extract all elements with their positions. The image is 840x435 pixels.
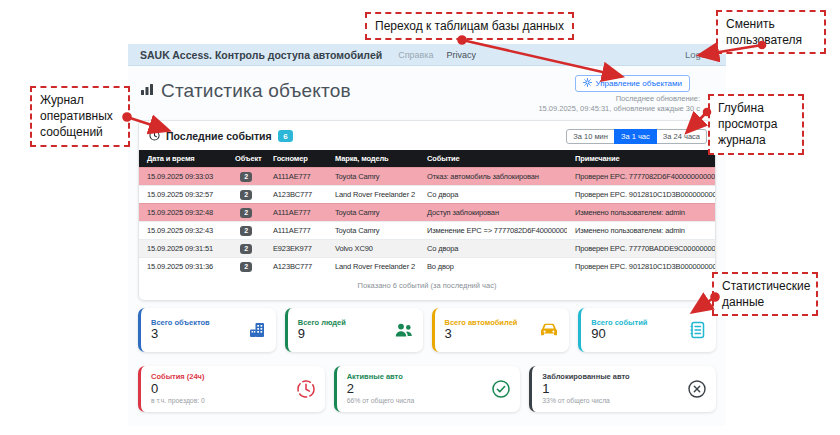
stat-card-car: Всего автомобилей3 <box>432 308 570 352</box>
plate-cell: A123BC777 <box>265 186 327 204</box>
events-table-body: 15.09.2025 09:33:032A111AE777Toyota Camr… <box>139 168 716 276</box>
object-badge: 2 <box>240 262 253 272</box>
stat-card-info: Заблокированные авто133% от общего числа <box>542 372 629 406</box>
object-cell: 2 <box>227 186 265 204</box>
stat-card-subtext: 33% от общего числа <box>542 397 629 406</box>
events-panel-title: Последние события <box>166 130 272 142</box>
table-row: 15.09.2025 09:32:482A111AE777Toyota Camr… <box>139 204 716 222</box>
manage-objects-button[interactable]: Управление объектами <box>575 75 691 92</box>
datetime-cell: 15.09.2025 09:31:36 <box>139 258 227 276</box>
note-cell: Проверен EPC. 77770BADDE9C000000000005 <box>567 240 716 258</box>
stat-card-label: События (24ч) <box>151 372 205 382</box>
stat-card-label: Всего автомобилей <box>445 318 518 328</box>
clock-icon <box>149 127 160 145</box>
stat-card-info: Всего событий90 <box>591 318 647 343</box>
logout-link[interactable]: Logout <box>685 49 714 60</box>
stat-cards-bottom: События (24ч)0в т.ч. проездов: 0Активные… <box>138 366 716 412</box>
recent-events-panel: Последние события 6 За 10 минЗа 1 часЗа … <box>138 120 716 301</box>
object-badge: 2 <box>240 226 253 236</box>
annotation-log-depth: Глубина просмотра журнала <box>708 94 804 155</box>
stat-card-people: Всего людей9 <box>285 308 423 352</box>
note-cell: Проверен EPC. 9012810C1D3B000000000001 <box>567 258 716 276</box>
column-header-0: Дата и время <box>139 150 227 168</box>
bar-chart-icon <box>140 82 154 100</box>
datetime-cell: 15.09.2025 09:32:48 <box>139 204 227 222</box>
model-cell: Toyota Camry <box>327 204 419 222</box>
object-badge: 2 <box>240 172 253 182</box>
stat-card-building: Всего объектов3 <box>138 308 276 352</box>
gear-icon <box>583 78 592 89</box>
plate-cell: A111AE777 <box>265 204 327 222</box>
stat-card-info: Всего автомобилей3 <box>445 318 518 343</box>
model-cell: Toyota Camry <box>327 222 419 240</box>
column-header-3: Марка, модель <box>327 150 419 168</box>
event-cell: Со двора <box>419 186 567 204</box>
event-cell: Со двора <box>419 240 567 258</box>
model-cell: Toyota Camry <box>327 168 419 186</box>
stat-card-value: 3 <box>445 327 518 342</box>
note-cell: Проверен EPC. 9012810C1D3B000000000001 <box>567 186 716 204</box>
stat-card-value: 3 <box>151 327 210 342</box>
stat-card-info: Всего объектов3 <box>151 318 210 343</box>
column-header-4: Событие <box>419 150 567 168</box>
stat-card-label: Всего объектов <box>151 318 210 328</box>
last-update-info: Последнее обновление: 15.09.2025, 09:45:… <box>538 94 700 114</box>
table-row: 15.09.2025 09:32:432A111AE777Toyota Camr… <box>139 222 716 240</box>
annotation-change-user: Сменить пользователя <box>716 10 826 54</box>
event-cell: Отказ: автомобиль заблокирован <box>419 168 567 186</box>
stat-card-check-circle: Активные авто266% от общего числа <box>334 366 521 412</box>
object-badge: 2 <box>240 244 253 254</box>
events-table: Дата и времяОбъектГосномерМарка, модельС… <box>139 150 716 275</box>
event-cell: Во двор <box>419 258 567 276</box>
stat-card-info: Активные авто266% от общего числа <box>347 372 415 406</box>
object-cell: 2 <box>227 222 265 240</box>
building-icon <box>247 320 267 340</box>
object-badge: 2 <box>240 208 253 218</box>
column-header-2: Госномер <box>265 150 327 168</box>
table-row: 15.09.2025 09:33:032A111AE777Toyota Camr… <box>139 168 716 186</box>
nav-link-privacy[interactable]: Privacy <box>447 50 477 60</box>
event-cell: Доступ заблокирован <box>419 204 567 222</box>
time-filter-1[interactable]: За 1 час <box>614 129 657 144</box>
datetime-cell: 15.09.2025 09:31:51 <box>139 240 227 258</box>
annotation-db-tables: Переход к таблицам базы данных <box>365 12 574 40</box>
time-filter-2[interactable]: За 24 часа <box>656 129 707 144</box>
model-cell: Land Rover Freelander 2 <box>327 258 419 276</box>
stat-card-info: Всего людей9 <box>298 318 346 343</box>
x-circle-icon <box>687 379 707 399</box>
plate-cell: A123BC777 <box>265 258 327 276</box>
time-filter-group: За 10 минЗа 1 часЗа 24 часа <box>566 129 707 144</box>
model-cell: Land Rover Freelander 2 <box>327 186 419 204</box>
stat-card-value: 1 <box>542 382 629 397</box>
stat-card-label: Заблокированные авто <box>542 372 629 382</box>
table-row: 15.09.2025 09:32:572A123BC777Land Rover … <box>139 186 716 204</box>
app-brand: SAUK Access. Контроль доступа автомобиле… <box>140 49 382 61</box>
object-cell: 2 <box>227 168 265 186</box>
stat-card-label: Активные авто <box>347 372 415 382</box>
plate-cell: A111AE777 <box>265 222 327 240</box>
note-cell: Изменено пользователем: admin <box>567 204 716 222</box>
events-footer: Показано 6 событий (за последний час) <box>139 275 715 290</box>
object-badge: 2 <box>240 190 253 200</box>
time-filter-0[interactable]: За 10 мин <box>566 129 615 144</box>
journal-icon <box>687 320 707 340</box>
column-header-5: Примечание <box>567 150 716 168</box>
column-header-1: Объект <box>227 150 265 168</box>
note-cell: Изменено пользователем: admin <box>567 222 716 240</box>
datetime-cell: 15.09.2025 09:33:03 <box>139 168 227 186</box>
people-icon <box>394 320 414 340</box>
model-cell: Volvo XC90 <box>327 240 419 258</box>
nav-link-help[interactable]: Справка <box>398 50 433 60</box>
object-cell: 2 <box>227 240 265 258</box>
top-navbar: SAUK Access. Контроль доступа автомобиле… <box>128 44 726 66</box>
stat-card-value: 0 <box>151 382 205 397</box>
manage-objects-label: Управление объектами <box>596 79 683 88</box>
stat-card-subtext: 66% от общего числа <box>347 397 415 406</box>
stat-card-subtext: в т.ч. проездов: 0 <box>151 397 205 406</box>
screenshot-stage: SAUK Access. Контроль доступа автомобиле… <box>0 0 840 435</box>
annotation-statistics: Статистические данные <box>712 272 818 316</box>
car-icon <box>538 320 560 340</box>
table-header-row: Дата и времяОбъектГосномерМарка, модельС… <box>139 150 716 168</box>
object-cell: 2 <box>227 258 265 276</box>
stat-card-value: 2 <box>347 382 415 397</box>
